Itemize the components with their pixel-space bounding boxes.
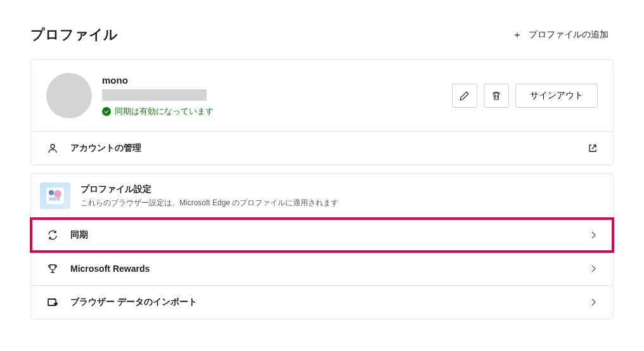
sync-row[interactable]: 同期 bbox=[31, 219, 613, 252]
settings-card: プロファイル設定 これらのブラウザー設定は、Microsoft Edge のプロ… bbox=[30, 173, 614, 319]
profile-settings-illustration bbox=[40, 182, 70, 209]
chevron-right-icon bbox=[589, 264, 598, 273]
import-data-row[interactable]: ブラウザー データのインポート bbox=[31, 286, 613, 319]
rewards-label: Microsoft Rewards bbox=[70, 264, 577, 274]
sync-label: 同期 bbox=[70, 229, 577, 241]
add-profile-button[interactable]: ＋ プロファイルの追加 bbox=[507, 26, 614, 44]
settings-section-description: これらのブラウザー設定は、Microsoft Edge のプロファイルに適用され… bbox=[80, 198, 598, 208]
external-link-icon bbox=[588, 143, 598, 153]
signout-button[interactable]: サインアウト bbox=[515, 84, 598, 108]
sync-icon bbox=[46, 229, 59, 241]
page-title: プロファイル bbox=[30, 25, 118, 44]
plus-icon: ＋ bbox=[512, 29, 522, 42]
edit-profile-button[interactable] bbox=[452, 84, 477, 108]
delete-profile-button[interactable] bbox=[484, 84, 509, 108]
chevron-right-icon bbox=[589, 298, 598, 307]
import-label: ブラウザー データのインポート bbox=[70, 297, 577, 308]
profile-name: mono bbox=[102, 75, 452, 86]
chevron-right-icon bbox=[589, 231, 598, 239]
trophy-icon bbox=[46, 262, 59, 275]
check-icon bbox=[102, 107, 111, 116]
settings-section-title: プロファイル設定 bbox=[80, 184, 598, 195]
import-icon bbox=[46, 296, 59, 309]
rewards-row[interactable]: Microsoft Rewards bbox=[31, 252, 613, 285]
profile-card: mono 同期は有効になっています サインアウト bbox=[30, 60, 614, 165]
trash-icon bbox=[491, 91, 501, 101]
svg-point-0 bbox=[51, 144, 55, 148]
pencil-icon bbox=[460, 91, 470, 101]
person-icon bbox=[46, 142, 59, 155]
sync-status-text: 同期は有効になっています bbox=[115, 106, 214, 117]
manage-account-row[interactable]: アカウントの管理 bbox=[31, 132, 613, 165]
add-profile-label: プロファイルの追加 bbox=[529, 29, 609, 41]
profile-email-redacted bbox=[102, 89, 207, 101]
avatar bbox=[46, 73, 92, 118]
manage-account-label: アカウントの管理 bbox=[70, 143, 576, 154]
